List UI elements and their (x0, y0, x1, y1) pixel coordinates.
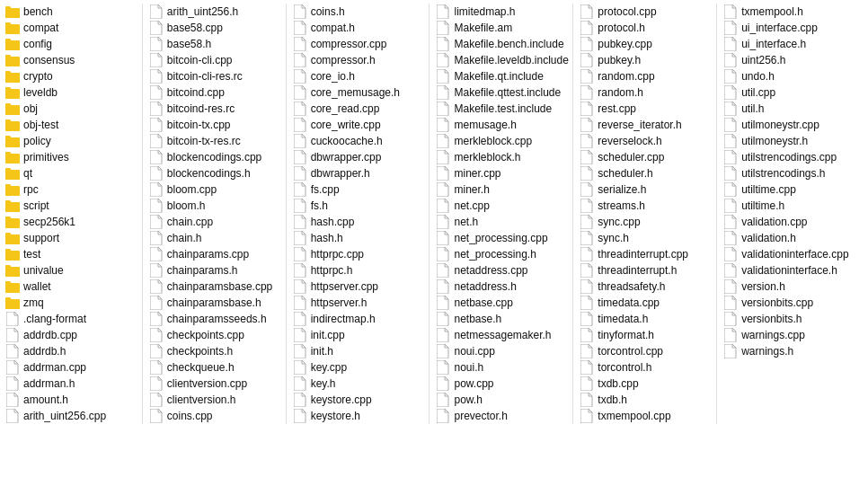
file-item[interactable]: core_memusage.h (289, 84, 427, 101)
file-item[interactable]: sync.h (576, 230, 713, 246)
file-item[interactable]: checkpoints.cpp (146, 327, 283, 343)
file-item[interactable]: utiltime.cpp (720, 181, 857, 198)
file-item[interactable]: bitcoin-cli.cpp (146, 52, 283, 68)
file-item[interactable]: Makefile.bench.include (432, 36, 570, 52)
file-item[interactable]: validationinterface.h (720, 262, 857, 279)
file-item[interactable]: merkleblock.h (432, 149, 570, 165)
file-item[interactable]: miner.cpp (432, 165, 570, 181)
file-item[interactable]: dbwrapper.h (289, 165, 427, 181)
file-item[interactable]: netaddress.h (432, 279, 570, 295)
file-item[interactable]: utilmoneystr.cpp (720, 117, 857, 133)
file-item[interactable]: chain.cpp (146, 214, 283, 230)
file-item[interactable]: ui_interface.cpp (720, 20, 857, 36)
file-item[interactable]: chainparamsseeds.h (146, 311, 283, 327)
file-item[interactable]: torcontrol.cpp (576, 343, 713, 359)
file-item[interactable]: httprpc.h (289, 262, 427, 279)
folder-item[interactable]: consensus (2, 52, 139, 68)
file-item[interactable]: netaddress.cpp (432, 262, 570, 279)
folder-item[interactable]: univalue (2, 262, 139, 279)
file-item[interactable]: hash.cpp (289, 214, 427, 230)
file-item[interactable]: bitcoin-cli-res.rc (146, 68, 283, 84)
file-item[interactable]: undo.h (720, 68, 857, 84)
folder-item[interactable]: secp256k1 (2, 214, 139, 230)
file-item[interactable]: blockencodings.cpp (146, 149, 283, 165)
file-item[interactable]: torcontrol.h (576, 359, 713, 376)
file-item[interactable]: cuckoocache.h (289, 133, 427, 149)
file-item[interactable]: key.cpp (289, 359, 427, 376)
file-item[interactable]: checkpoints.h (146, 343, 283, 359)
file-item[interactable]: threadsafety.h (576, 279, 713, 295)
file-item[interactable]: serialize.h (576, 181, 713, 198)
folder-item[interactable]: rpc (2, 181, 139, 198)
folder-item[interactable]: zmq (2, 295, 139, 311)
file-item[interactable]: util.h (720, 101, 857, 117)
file-item[interactable]: rest.cpp (576, 101, 713, 117)
file-item[interactable]: versionbits.h (720, 311, 857, 327)
file-item[interactable]: netbase.h (432, 311, 570, 327)
file-item[interactable]: compat.h (289, 20, 427, 36)
file-item[interactable]: util.cpp (720, 84, 857, 101)
file-item[interactable]: net_processing.cpp (432, 230, 570, 246)
file-item[interactable]: clientversion.h (146, 392, 283, 408)
file-item[interactable]: chainparams.h (146, 262, 283, 279)
file-item[interactable]: warnings.cpp (720, 327, 857, 343)
file-item[interactable]: miner.h (432, 181, 570, 198)
file-item[interactable]: tinyformat.h (576, 327, 713, 343)
file-item[interactable]: pubkey.cpp (576, 36, 713, 52)
folder-item[interactable]: qt (2, 165, 139, 181)
file-item[interactable]: checkqueue.h (146, 359, 283, 376)
file-item[interactable]: arith_uint256.cpp (2, 408, 139, 424)
file-item[interactable]: compressor.h (289, 52, 427, 68)
file-item[interactable]: init.cpp (289, 327, 427, 343)
file-item[interactable]: addrdb.h (2, 343, 139, 359)
file-item[interactable]: bitcoind-res.rc (146, 101, 283, 117)
file-item[interactable]: utiltime.h (720, 198, 857, 214)
file-item[interactable]: keystore.cpp (289, 392, 427, 408)
folder-item[interactable]: primitives (2, 149, 139, 165)
file-item[interactable]: clientversion.cpp (146, 376, 283, 392)
file-item[interactable]: sync.cpp (576, 214, 713, 230)
file-item[interactable]: noui.h (432, 359, 570, 376)
file-item[interactable]: version.h (720, 279, 857, 295)
file-item[interactable]: utilstrencodings.h (720, 165, 857, 181)
folder-item[interactable]: leveldb (2, 84, 139, 101)
file-item[interactable]: chain.h (146, 230, 283, 246)
file-item[interactable]: protocol.cpp (576, 4, 713, 20)
file-item[interactable]: timedata.h (576, 311, 713, 327)
file-item[interactable]: amount.h (2, 392, 139, 408)
file-item[interactable]: addrman.h (2, 376, 139, 392)
file-item[interactable]: merkleblock.cpp (432, 133, 570, 149)
file-item[interactable]: indirectmap.h (289, 311, 427, 327)
file-item[interactable]: timedata.cpp (576, 295, 713, 311)
file-item[interactable]: ui_interface.h (720, 36, 857, 52)
file-item[interactable]: key.h (289, 376, 427, 392)
file-item[interactable]: coins.cpp (146, 408, 283, 424)
file-item[interactable]: memusage.h (432, 117, 570, 133)
file-item[interactable]: chainparamsbase.cpp (146, 279, 283, 295)
file-item[interactable]: warnings.h (720, 343, 857, 359)
file-item[interactable]: core_read.cpp (289, 101, 427, 117)
file-item[interactable]: init.h (289, 343, 427, 359)
file-item[interactable]: validationinterface.cpp (720, 246, 857, 262)
file-item[interactable]: bitcoind.cpp (146, 84, 283, 101)
file-item[interactable]: txdb.h (576, 392, 713, 408)
file-item[interactable]: streams.h (576, 198, 713, 214)
file-item[interactable]: bitcoin-tx.cpp (146, 117, 283, 133)
file-item[interactable]: addrdb.cpp (2, 327, 139, 343)
file-item[interactable]: threadinterrupt.cpp (576, 246, 713, 262)
file-item[interactable]: random.h (576, 84, 713, 101)
file-item[interactable]: utilstrencodings.cpp (720, 149, 857, 165)
file-item[interactable]: scheduler.h (576, 165, 713, 181)
file-item[interactable]: net_processing.h (432, 246, 570, 262)
file-item[interactable]: chainparamsbase.h (146, 295, 283, 311)
file-item[interactable]: net.h (432, 214, 570, 230)
file-item[interactable]: bitcoin-tx-res.rc (146, 133, 283, 149)
file-item[interactable]: fs.h (289, 198, 427, 214)
folder-item[interactable]: policy (2, 133, 139, 149)
folder-item[interactable]: compat (2, 20, 139, 36)
file-item[interactable]: pow.h (432, 392, 570, 408)
file-item[interactable]: compressor.cpp (289, 36, 427, 52)
file-item[interactable]: chainparams.cpp (146, 246, 283, 262)
file-item[interactable]: uint256.h (720, 52, 857, 68)
file-item[interactable]: core_write.cpp (289, 117, 427, 133)
